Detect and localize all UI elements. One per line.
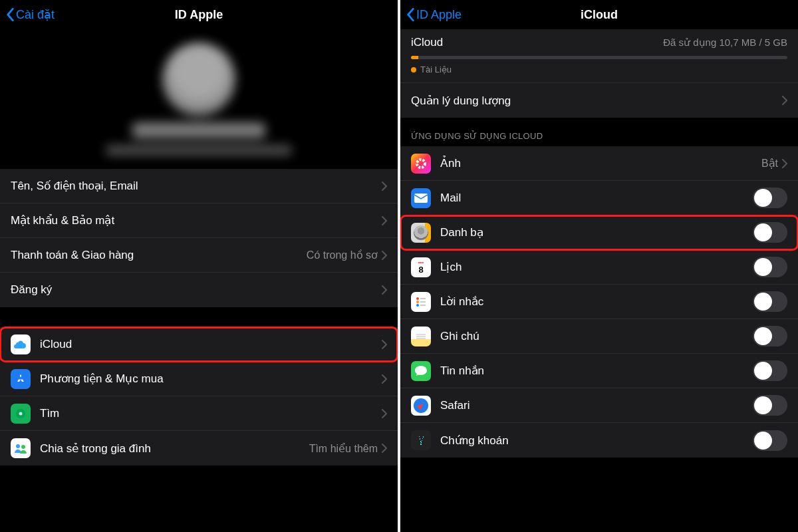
storage-usage: Đã sử dụng 10,7 MB / 5 GB [663,37,787,49]
navbar: ID Apple iCloud [400,0,798,29]
row-manage-storage[interactable]: Quản lý dung lượng [400,83,798,118]
icloud-icon [11,334,31,354]
reminders-icon [411,292,431,312]
group-separator [0,307,398,327]
stocks-icon [411,430,431,450]
toggle-calendar[interactable] [753,257,787,277]
row-find-my[interactable]: Tìm [0,396,398,431]
row-label: Mail [440,192,753,205]
row-payment-shipping[interactable]: Thanh toán & Giao hàng Có trong hồ sơ [0,238,398,273]
messages-icon [411,361,431,381]
chevron-right-icon [382,444,387,453]
group-services: iCloud Phương tiện & Mục mua Tìm Chia sẻ… [0,327,398,466]
chevron-right-icon [382,251,387,260]
row-label: Ảnh [440,156,761,170]
profile-name-blurred [132,122,265,138]
chevron-left-icon [5,7,15,22]
row-family-sharing[interactable]: Chia sẻ trong gia đình Tìm hiểu thêm [0,431,398,466]
toggle-stocks[interactable] [753,430,787,451]
chevron-left-icon [406,7,415,22]
safari-icon [411,396,431,416]
chevron-right-icon [382,285,387,295]
row-label: Tên, Số điện thoại, Email [11,179,382,193]
profile-header-blurred [0,29,398,169]
photos-icon [411,154,431,174]
row-calendar[interactable]: ••• 8 Lịch [400,250,798,285]
storage-bar-fill [411,56,418,59]
row-safari[interactable]: Safari [400,388,798,423]
storage-header: iCloud Đã sử dụng 10,7 MB / 5 GB Tài Liệ… [400,29,798,83]
back-label: Cài đặt [16,7,55,22]
toggle-notes[interactable] [753,326,787,346]
toggle-messages[interactable] [753,360,787,381]
legend-label: Tài Liệu [420,65,452,74]
chevron-right-icon [382,216,387,225]
row-label: Quản lý dung lượng [411,94,782,108]
findmy-icon [11,404,31,424]
row-label: Phương tiện & Mục mua [40,372,382,386]
back-button[interactable]: Cài đặt [5,7,55,22]
row-value: Tìm hiểu thêm [309,442,378,455]
chevron-right-icon [382,182,387,191]
appstore-icon [11,369,31,389]
row-stocks[interactable]: Chứng khoán [400,423,798,458]
avatar [162,43,235,116]
back-label: ID Apple [416,8,462,22]
chevron-right-icon [382,409,387,418]
row-label: iCloud [40,338,382,351]
mail-icon [411,188,431,208]
svg-rect-5 [414,194,428,203]
family-icon [11,438,31,458]
group-manage: Quản lý dung lượng [400,83,798,118]
row-media-purchases[interactable]: Phương tiện & Mục mua [0,362,398,396]
row-label: Chia sẻ trong gia đình [40,442,309,456]
row-label: Mật khẩu & Bảo mật [11,213,382,227]
row-label: Lời nhắc [440,295,753,309]
toggle-safari[interactable] [753,395,787,416]
row-notes[interactable]: Ghi chú [400,319,798,354]
svg-point-7 [416,301,419,303]
row-reminders[interactable]: Lời nhắc [400,285,798,319]
row-label: Chứng khoán [440,434,753,448]
toggle-contacts[interactable] [753,222,787,243]
toggle-reminders[interactable] [753,291,787,312]
group-apps: Ảnh Bật Mail Danh bạ ••• 8 Lịch [400,146,798,458]
legend-dot-icon [411,67,416,72]
screen-icloud: ID Apple iCloud iCloud Đã sử dụng 10,7 M… [400,0,798,532]
svg-point-6 [416,297,419,300]
chevron-right-icon [382,340,387,349]
back-button[interactable]: ID Apple [406,7,462,22]
row-label: Tin nhắn [440,364,753,378]
chevron-right-icon [782,159,787,168]
row-messages[interactable]: Tin nhắn [400,354,798,388]
row-label: Lịch [440,260,753,274]
svg-point-1 [19,412,23,415]
svg-point-2 [16,444,20,448]
group-personal: Tên, Số điện thoại, Email Mật khẩu & Bảo… [0,169,398,307]
svg-point-3 [21,445,25,449]
toggle-mail[interactable] [753,188,787,208]
row-value: Bật [761,157,778,170]
row-contacts[interactable]: Danh bạ [400,215,798,250]
row-photos[interactable]: Ảnh Bật [400,146,798,181]
svg-point-8 [416,304,419,307]
row-password-security[interactable]: Mật khẩu & Bảo mật [0,203,398,238]
row-label: Đăng ký [11,283,382,297]
screen-apple-id: Cài đặt ID Apple Tên, Số điện thoại, Ema… [0,0,398,532]
row-value: Có trong hồ sơ [307,249,378,261]
row-label: Ghi chú [440,330,753,343]
row-label: Tìm [40,407,382,420]
storage-heading: iCloud [411,36,443,49]
chevron-right-icon [782,96,787,105]
row-icloud[interactable]: iCloud [0,327,398,362]
row-mail[interactable]: Mail [400,181,798,215]
row-name-phone-email[interactable]: Tên, Số điện thoại, Email [0,169,398,203]
calendar-icon: ••• 8 [411,257,431,277]
storage-legend: Tài Liệu [411,65,787,74]
row-label: Danh bạ [440,225,753,239]
navbar: Cài đặt ID Apple [0,0,398,29]
section-header: ỨNG DỤNG SỬ DỤNG ICLOUD [400,118,798,146]
row-subscriptions[interactable]: Đăng ký [0,273,398,307]
storage-bar [411,56,787,59]
svg-point-4 [417,160,425,168]
